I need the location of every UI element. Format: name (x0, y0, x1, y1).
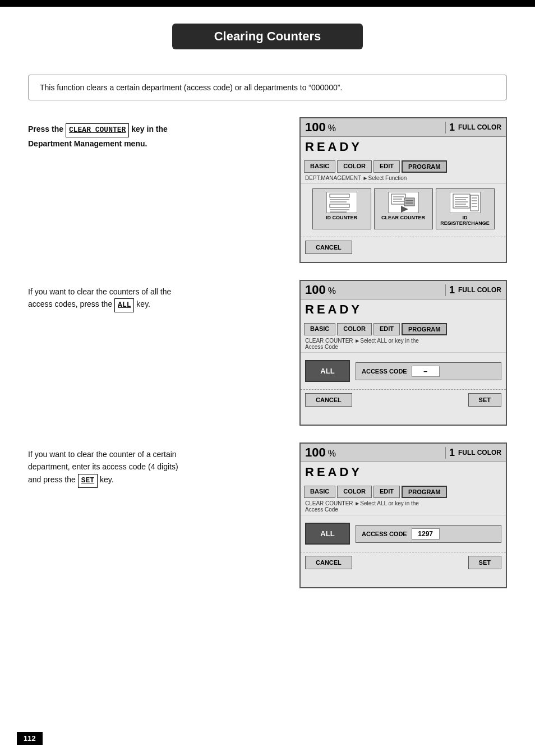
id-counter-icon (326, 192, 357, 213)
screen-3-header: 100 % 1 FULL COLOR (301, 444, 506, 462)
all-button-2[interactable]: ALL (305, 360, 350, 382)
screen-3-input-row: ALL ACCESS CODE 1297 (301, 518, 506, 549)
screen-3-header-right: 1 FULL COLOR (445, 447, 501, 459)
screen-2-header-right: 1 FULL COLOR (445, 284, 501, 296)
screen-1-percent-val: 100 (305, 120, 326, 135)
screen-1-bottom: CANCEL (301, 237, 506, 259)
step-3-row: If you want to clear the counter of a ce… (28, 442, 507, 588)
cancel-btn-2[interactable]: CANCEL (305, 393, 352, 407)
access-code-value-3[interactable]: 1297 (412, 528, 440, 540)
tab-program-2[interactable]: PROGRAM (402, 323, 447, 335)
screen-3-ready: READY (301, 462, 506, 482)
clear-counter-icon (388, 192, 419, 213)
svg-marker-13 (401, 206, 408, 213)
clear-counter-label: CLEAR COUNTER (378, 215, 429, 220)
access-code-field-2: ACCESS CODE – (356, 362, 501, 380)
svg-rect-0 (330, 194, 349, 197)
step-2-row: If you want to clear the counters of all… (28, 280, 507, 426)
screen-3-copy-num: 1 (445, 447, 455, 459)
clear-counter-key: CLEAR COUNTER (66, 123, 129, 137)
id-counter-label: ID COUNTER (316, 215, 367, 220)
screen-2-copy-num: 1 (445, 284, 455, 296)
screen-3-header-left: 100 % (305, 445, 336, 460)
id-register-icon (450, 192, 481, 213)
screen-2-ready: READY (301, 299, 506, 320)
svg-rect-10 (404, 198, 414, 206)
access-code-value-2[interactable]: – (412, 366, 440, 377)
screen-3-bottom: CANCEL SET (301, 552, 506, 574)
screen-3-percent-val: 100 (305, 445, 326, 460)
screen-1-header-left: 100 % (305, 120, 336, 135)
id-register-btn[interactable]: ID REGISTER/CHANGE (436, 188, 495, 229)
set-btn-3[interactable]: SET (468, 556, 501, 569)
page-content: Clearing Counters This function clears a… (0, 7, 535, 628)
screen-3-pct-sym: % (328, 449, 336, 459)
step-1-text: Press the CLEAR COUNTER key in theDepart… (28, 117, 283, 150)
screen-2-bottom: CANCEL SET (301, 389, 506, 411)
step-2-text: If you want to clear the counters of all… (28, 280, 283, 312)
screen-1-ready: READY (301, 137, 506, 157)
cancel-btn-1[interactable]: CANCEL (305, 241, 352, 254)
screen-2-input-row: ALL ACCESS CODE – (301, 356, 506, 386)
screen-2-breadcrumb: CLEAR COUNTER ►Select ALL or key in the … (301, 335, 506, 353)
page-title: Clearing Counters (172, 24, 363, 49)
access-code-label-3: ACCESS CODE (362, 531, 407, 537)
screen-1-pct-sym: % (328, 123, 336, 133)
access-code-label-2: ACCESS CODE (362, 368, 407, 375)
screen-1-tabs: BASIC COLOR EDIT PROGRAM (301, 157, 506, 173)
access-code-field-3: ACCESS CODE 1297 (356, 525, 501, 543)
tab-color-2[interactable]: COLOR (337, 323, 372, 335)
screen-2: 100 % 1 FULL COLOR READY BASIC COLOR EDI… (299, 280, 507, 426)
screen-3: 100 % 1 FULL COLOR READY BASIC COLOR EDI… (299, 442, 507, 588)
all-button-3[interactable]: ALL (305, 523, 350, 545)
top-bar (0, 0, 535, 7)
id-counter-btn[interactable]: ID COUNTER (312, 188, 371, 229)
page-number: 112 (17, 732, 43, 745)
step-1-row: Press the CLEAR COUNTER key in theDepart… (28, 117, 507, 263)
screen-2-pct-sym: % (328, 286, 336, 296)
screen-2-full-color: FULL COLOR (458, 286, 501, 294)
screen-3-tabs: BASIC COLOR EDIT PROGRAM (301, 482, 506, 498)
set-key: SET (78, 474, 98, 488)
tab-program-1[interactable]: PROGRAM (402, 160, 447, 173)
screen-3-breadcrumb: CLEAR COUNTER ►Select ALL or key in the … (301, 498, 506, 515)
svg-rect-14 (453, 194, 470, 208)
screen-1: 100 % 1 FULL COLOR READY BASIC COLOR EDI… (299, 117, 507, 263)
id-register-label: ID REGISTER/CHANGE (440, 215, 491, 226)
tab-color-3[interactable]: COLOR (337, 486, 372, 498)
step-1-label-prefix: Press the (28, 125, 66, 133)
svg-rect-3 (330, 204, 349, 208)
screen-1-header: 100 % 1 FULL COLOR (301, 118, 506, 137)
screen-1-breadcrumb: DEPT.MANAGEMENT ►Select Function (301, 173, 506, 184)
tab-basic-1[interactable]: BASIC (304, 160, 335, 173)
all-key: ALL (114, 298, 134, 312)
screen-2-percent-val: 100 (305, 283, 326, 297)
screen-2-tabs: BASIC COLOR EDIT PROGRAM (301, 320, 506, 335)
tab-program-3[interactable]: PROGRAM (402, 486, 447, 498)
step-3-text: If you want to clear the counter of a ce… (28, 442, 283, 488)
tab-edit-2[interactable]: EDIT (373, 323, 400, 335)
tab-basic-3[interactable]: BASIC (304, 486, 335, 498)
tab-basic-2[interactable]: BASIC (304, 323, 335, 335)
tab-color-1[interactable]: COLOR (337, 160, 372, 173)
tab-edit-1[interactable]: EDIT (373, 160, 400, 173)
info-box: This function clears a certain departmen… (28, 75, 507, 100)
screen-1-full-color: FULL COLOR (458, 123, 501, 131)
cancel-btn-3[interactable]: CANCEL (305, 556, 352, 569)
screen-2-header-left: 100 % (305, 283, 336, 297)
screen-2-header: 100 % 1 FULL COLOR (301, 281, 506, 299)
set-btn-2[interactable]: SET (468, 393, 501, 407)
clear-counter-btn[interactable]: CLEAR COUNTER (374, 188, 433, 229)
screen-3-full-color: FULL COLOR (458, 449, 501, 457)
screen-1-header-right: 1 FULL COLOR (445, 122, 501, 133)
tab-edit-3[interactable]: EDIT (373, 486, 400, 498)
screen-1-copy-num: 1 (445, 122, 455, 133)
info-text: This function clears a certain departmen… (40, 83, 342, 92)
screen-1-icon-row: ID COUNTER (301, 184, 506, 234)
